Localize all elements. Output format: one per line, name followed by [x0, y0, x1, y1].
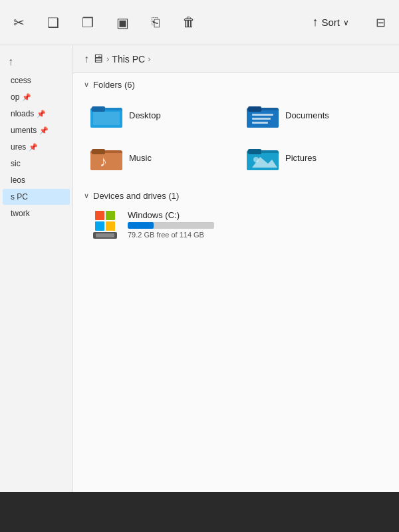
sidebar-item-documents[interactable]: uments 📌: [3, 122, 70, 138]
pin-icon: 📌: [39, 126, 49, 135]
drive-used-fill: [128, 222, 154, 229]
sidebar-label: uments: [11, 126, 37, 135]
drives-section-header[interactable]: ∨ Devices and drives (1): [73, 184, 399, 205]
documents-folder-icon: [247, 102, 279, 128]
toolbar: ✂ ❑ ❒ ▣ ⎗ 🗑 ↑ Sort ∨ ⊟: [0, 0, 399, 45]
sidebar-label: s PC: [11, 192, 28, 201]
svg-rect-3: [93, 112, 120, 125]
sidebar-item-downloads[interactable]: nloads 📌: [3, 106, 70, 122]
sidebar-label: ccess: [11, 76, 31, 85]
breadcrumb-this-pc[interactable]: This PC: [112, 54, 145, 65]
folders-chevron-icon: ∨: [84, 80, 89, 89]
sidebar-label: ures: [11, 142, 26, 152]
bottom-bar: [0, 492, 399, 532]
sidebar-item-music[interactable]: sic: [3, 156, 70, 172]
breadcrumb-sep-2: ›: [148, 54, 150, 64]
drives-chevron-icon: ∨: [84, 192, 89, 200]
pictures-folder-label: Pictures: [285, 153, 317, 163]
music-folder-label: Music: [129, 153, 152, 163]
breadcrumb: ↑ 🖥 › This PC ›: [73, 45, 399, 73]
sort-label: Sort: [321, 17, 340, 28]
folder-item-pictures[interactable]: Pictures: [240, 139, 388, 176]
folder-item-desktop[interactable]: Desktop: [84, 96, 232, 134]
sidebar-label: op: [11, 92, 19, 102]
sidebar-label: twork: [11, 209, 30, 218]
windows-drive-icon: [89, 211, 121, 238]
pin-icon: 📌: [29, 143, 38, 152]
sidebar: ↑ ccess op 📌 nloads 📌 uments 📌 ures 📌 si…: [0, 45, 73, 532]
paste-icon[interactable]: ❒: [76, 11, 99, 35]
view-options-icon[interactable]: ⊟: [370, 11, 391, 34]
svg-rect-6: [248, 106, 261, 112]
sidebar-item-network[interactable]: twork: [3, 205, 70, 221]
breadcrumb-back-icon[interactable]: ↑: [84, 53, 89, 65]
folder-item-music[interactable]: ♪ Music: [84, 139, 232, 176]
delete-icon[interactable]: 🗑: [177, 11, 201, 34]
breadcrumb-sep-1: ›: [106, 54, 109, 64]
sort-button[interactable]: ↑ Sort ∨: [305, 11, 356, 33]
rename-icon[interactable]: ▣: [111, 11, 134, 35]
svg-rect-9: [252, 122, 268, 124]
sidebar-label: nloads: [11, 109, 34, 118]
drive-details: Windows (C:) 79.2 GB free of 114 GB: [128, 210, 214, 239]
share-icon[interactable]: ⎗: [146, 11, 165, 34]
sidebar-label: sic: [11, 159, 21, 168]
svg-rect-16: [248, 149, 261, 154]
pin-icon: 📌: [37, 110, 46, 118]
desktop-folder-icon: [90, 102, 122, 128]
folder-item-documents[interactable]: Documents: [240, 96, 388, 134]
sidebar-label: leos: [11, 176, 25, 185]
cut-icon[interactable]: ✂: [8, 11, 30, 35]
svg-rect-2: [92, 106, 105, 112]
drive-free-space-label: 79.2 GB free of 114 GB: [128, 231, 214, 239]
folders-section-label: Folders (6): [93, 80, 135, 90]
pictures-folder-icon: [247, 144, 279, 171]
sidebar-item-desktop[interactable]: op 📌: [3, 89, 70, 105]
sort-arrow-icon: ↑: [312, 15, 318, 29]
computer-icon: 🖥: [92, 52, 104, 66]
sort-chevron-icon: ∨: [343, 18, 349, 27]
sidebar-item-quick-access[interactable]: ccess: [3, 72, 70, 88]
svg-rect-7: [252, 114, 273, 116]
music-folder-icon: ♪: [90, 144, 122, 171]
svg-point-18: [253, 157, 259, 162]
documents-folder-label: Documents: [285, 110, 329, 120]
pin-icon: 📌: [22, 93, 31, 102]
svg-rect-8: [252, 118, 271, 120]
content-area: ↑ 🖥 › This PC › ∨ Folders (6): [73, 45, 399, 532]
sidebar-back-button[interactable]: ↑: [0, 52, 72, 72]
folders-section-header[interactable]: ∨ Folders (6): [73, 73, 399, 94]
sidebar-item-pictures[interactable]: ures 📌: [3, 139, 70, 155]
drives-section-label: Devices and drives (1): [93, 191, 179, 201]
windows-logo-icon: [95, 211, 115, 231]
sidebar-item-this-pc[interactable]: s PC: [3, 189, 70, 205]
svg-text:♪: ♪: [100, 153, 107, 170]
sidebar-item-videos[interactable]: leos: [3, 172, 70, 188]
drive-capacity-bar: [128, 222, 214, 229]
main-container: ↑ ccess op 📌 nloads 📌 uments 📌 ures 📌 si…: [0, 45, 399, 532]
drive-name-label: Windows (C:): [128, 210, 214, 220]
copy-icon[interactable]: ❑: [42, 11, 65, 35]
desktop-folder-label: Desktop: [129, 110, 161, 120]
drive-item-windows-c[interactable]: Windows (C:) 79.2 GB free of 114 GB: [78, 205, 394, 244]
folders-grid: Desktop Documents: [73, 94, 399, 184]
